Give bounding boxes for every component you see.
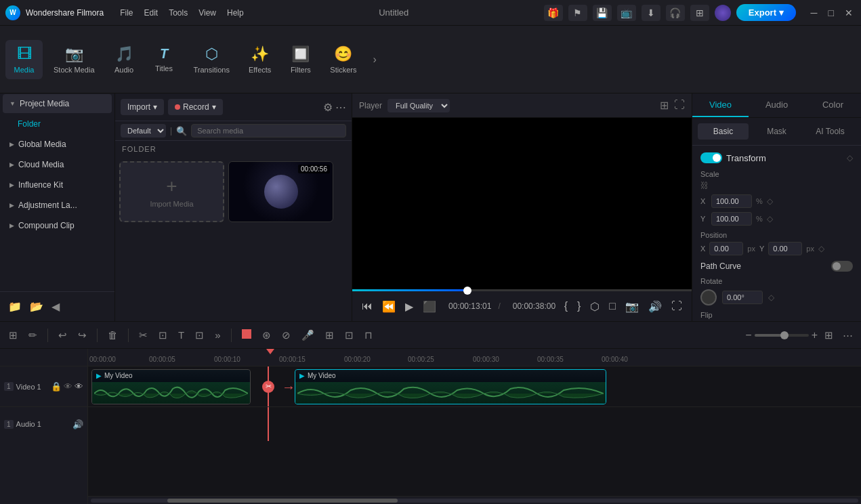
video-lock-icon[interactable]: 🔒 [51,381,62,392]
menu-help[interactable]: Help [227,8,244,18]
frame-back-button[interactable]: ⏪ [379,297,398,316]
toolbar-audio[interactable]: 🎵 Audio [106,40,143,79]
sidebar-item-compound-clip[interactable]: ▶ Compound Clip [3,216,112,235]
add-media-button[interactable]: + Import Media [119,161,224,222]
subtab-ai-tools[interactable]: AI Tools [805,123,856,140]
flag-icon-btn[interactable]: ⚑ [568,5,587,21]
hscrollbar-track[interactable] [91,499,858,503]
menu-view[interactable]: View [198,8,216,18]
overwrite-icon[interactable]: □ [606,297,618,315]
pos-x-input[interactable] [709,242,743,255]
overlay-button[interactable]: ⊛ [259,327,274,344]
export-button[interactable]: Export ▾ [736,4,796,21]
play-button[interactable]: ▶ [402,297,416,316]
expand-icon[interactable]: ⛶ [669,297,685,315]
download-icon-btn[interactable]: ⬇ [642,5,660,21]
tab-audio[interactable]: Audio [749,93,805,117]
add-folder-icon[interactable]: 📂 [27,297,46,316]
sidebar-item-folder[interactable]: Folder [3,114,112,133]
stop-button[interactable]: ⬛ [420,297,439,316]
default-dropdown[interactable]: Default [121,124,166,138]
rotate-diamond[interactable]: ◇ [768,293,774,302]
tab-color[interactable]: Color [805,93,861,117]
sidebar-item-cloud-media[interactable]: ▶ Cloud Media [3,155,112,174]
pip-button[interactable]: ⊡ [341,327,357,344]
scale-x-input[interactable] [711,194,752,208]
text-button[interactable]: T [175,327,188,343]
rotate-dial[interactable] [700,289,717,306]
pos-diamond[interactable]: ◇ [818,244,824,253]
sidebar-item-global-media[interactable]: ▶ Global Media [3,135,112,154]
magnet-icon[interactable]: ✏ [25,327,41,344]
sidebar-item-influence-kit[interactable]: ▶ Influence Kit [3,175,112,194]
scale-y-diamond[interactable]: ◇ [767,214,773,224]
avatar-btn[interactable] [715,5,731,21]
rotate-input[interactable] [722,291,763,304]
zoom-track[interactable] [755,334,809,337]
screen-icon-btn[interactable]: 📺 [617,5,636,21]
redo-button[interactable]: ↪ [75,327,90,344]
skip-back-button[interactable]: ⏮ [359,297,375,315]
sidebar-item-project-media[interactable]: ▼ Project Media [3,94,112,113]
pos-y-input[interactable] [768,242,802,255]
toolbar-stock-media[interactable]: 📷 Stock Media [45,40,103,79]
maximize-button[interactable]: □ [826,7,837,18]
delete-button[interactable]: 🗑 [104,327,121,343]
audio-vol-icon[interactable]: 🔊 [72,419,83,429]
group-button[interactable]: ⊞ [322,327,337,344]
toolbar-media[interactable]: 🎞 Media [5,40,43,79]
new-folder-icon[interactable]: 📁 [5,297,24,316]
mic-button[interactable]: 🎤 [298,327,318,344]
media-thumbnail[interactable]: 00:00:56 [228,161,333,222]
timeline-ruler[interactable]: 00:00:00 00:00:05 00:00:10 00:00:15 00:0… [88,349,861,366]
toolbar-effects[interactable]: ✨ Effects [240,40,279,79]
out-point-icon[interactable]: } [574,297,583,315]
toolbar-filters[interactable]: 🔲 Filters [282,40,319,79]
path-curve-toggle[interactable] [831,261,853,272]
fullscreen-icon[interactable]: ⛶ [674,99,685,112]
transform-toggle[interactable] [700,152,722,163]
minimize-button[interactable]: ─ [808,7,820,18]
scale-x-diamond[interactable]: ◇ [767,196,773,206]
headphone-icon-btn[interactable]: 🎧 [666,5,685,21]
close-button[interactable]: ✕ [842,7,856,18]
video-hide-icon[interactable]: 👁 [64,381,72,392]
toolbar-stickers[interactable]: 😊 Stickers [322,40,364,79]
grid-icon-btn[interactable]: ⊞ [690,5,709,21]
cut-button[interactable]: ✂ [135,327,151,344]
filter-icon[interactable]: ⚙ [323,101,333,114]
video-clip-left[interactable]: ▶ My Video [91,369,251,404]
zoom-in-button[interactable]: + [812,329,818,341]
record-button[interactable]: Record ▾ [168,99,223,115]
grid-view-icon[interactable]: ⊞ [660,99,669,112]
snapshot-icon[interactable]: 📷 [623,297,642,316]
more-options-icon[interactable]: ⋯ [335,101,346,114]
menu-tools[interactable]: Tools [169,8,188,18]
transform-keyframe-diamond[interactable]: ◇ [847,153,853,163]
gift-icon-btn[interactable]: 🎁 [544,5,563,21]
more-btn[interactable]: » [211,327,224,343]
sidebar-item-adjustment[interactable]: ▶ Adjustment La... [3,196,112,215]
search-input[interactable] [191,124,346,138]
aspect-button[interactable]: ⊡ [192,327,207,344]
crop-button[interactable]: ⊡ [155,327,171,344]
settings-tl-icon[interactable]: ⋯ [840,327,856,344]
toolbar-transitions[interactable]: ⬡ Transitions [186,40,238,79]
subtab-basic[interactable]: Basic [698,123,749,140]
quality-dropdown[interactable]: Full Quality [387,99,450,112]
menu-edit[interactable]: Edit [144,8,159,18]
undo-button[interactable]: ↩ [55,327,70,344]
save-icon-btn[interactable]: 💾 [593,5,612,21]
player-progress[interactable] [352,289,692,291]
video-clip-right[interactable]: ▶ My Video [295,369,606,404]
menu-file[interactable]: File [120,8,133,18]
snap-icon[interactable]: ⊞ [5,327,21,344]
in-point-icon[interactable]: { [562,297,570,315]
import-button[interactable]: Import ▾ [121,99,164,115]
split-audio-button[interactable]: ⊘ [278,327,294,344]
subtab-mask[interactable]: Mask [751,123,802,140]
hscrollbar-thumb[interactable] [167,499,398,503]
toolbar-titles[interactable]: T Titles [146,41,183,78]
volume-icon[interactable]: 🔊 [646,297,665,316]
video-eye-icon[interactable]: 👁 [75,381,83,392]
